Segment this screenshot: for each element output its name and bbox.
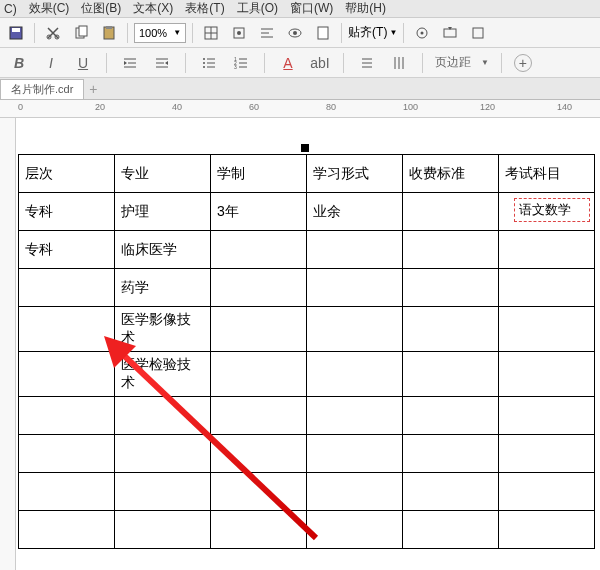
canvas-area[interactable]: 层次 专业 学制 学习形式 收费标准 考试科目 专科护理3年业余 专科临床医学 …: [16, 118, 600, 570]
bullet-list-icon[interactable]: [198, 52, 220, 74]
svg-rect-7: [106, 26, 112, 29]
table-row: 专科护理3年业余: [19, 193, 595, 231]
svg-point-17: [293, 31, 297, 35]
table-row: [19, 511, 595, 549]
text-style-icon[interactable]: abI: [309, 52, 331, 74]
snap-icon[interactable]: [227, 21, 251, 45]
menu-item[interactable]: 表格(T): [185, 0, 224, 17]
col-header[interactable]: 考试科目: [499, 155, 595, 193]
data-table[interactable]: 层次 专业 学制 学习形式 收费标准 考试科目 专科护理3年业余 专科临床医学 …: [18, 154, 595, 549]
svg-text:3: 3: [234, 64, 237, 70]
menu-item[interactable]: 位图(B): [81, 0, 121, 17]
svg-point-29: [203, 58, 205, 60]
chevron-down-icon: ▼: [389, 28, 397, 37]
table-row: 医学影像技术: [19, 307, 595, 352]
zoom-combo[interactable]: 100% ▼: [134, 23, 186, 43]
col-header[interactable]: 专业: [115, 155, 211, 193]
bold-icon[interactable]: B: [8, 52, 30, 74]
underline-icon[interactable]: U: [72, 52, 94, 74]
number-list-icon[interactable]: 123: [230, 52, 252, 74]
editing-cell[interactable]: 语文数学: [514, 198, 590, 222]
table-row: [19, 473, 595, 511]
extra-icon[interactable]: [466, 21, 490, 45]
svg-point-20: [421, 31, 424, 34]
grid-icon[interactable]: [199, 21, 223, 45]
eye-icon[interactable]: [283, 21, 307, 45]
svg-point-31: [203, 62, 205, 64]
table-row: 药学: [19, 269, 595, 307]
svg-point-12: [237, 31, 241, 35]
col-header[interactable]: 学习形式: [307, 155, 403, 193]
svg-point-33: [203, 66, 205, 68]
align-icon[interactable]: [255, 21, 279, 45]
table-row: 专科临床医学: [19, 231, 595, 269]
paste-icon[interactable]: [97, 21, 121, 45]
menu-item[interactable]: 窗口(W): [290, 0, 333, 17]
col-header[interactable]: 收费标准: [403, 155, 499, 193]
save-icon[interactable]: [4, 21, 28, 45]
menu-item[interactable]: 文本(X): [133, 0, 173, 17]
selection-handle[interactable]: [301, 144, 309, 152]
snap-dropdown[interactable]: 贴齐(T) ▼: [348, 24, 397, 41]
table-row: [19, 435, 595, 473]
columns-icon[interactable]: [388, 52, 410, 74]
menu-bar: C) 效果(C) 位图(B) 文本(X) 表格(T) 工具(O) 窗口(W) 帮…: [0, 0, 600, 18]
table-header-row: 层次 专业 学制 学习形式 收费标准 考试科目: [19, 155, 595, 193]
zoom-value: 100%: [139, 27, 167, 39]
svg-rect-18: [318, 27, 328, 39]
main-toolbar: 100% ▼ 贴齐(T) ▼: [0, 18, 600, 48]
page-icon[interactable]: [311, 21, 335, 45]
vertical-ruler: [0, 118, 16, 570]
italic-icon[interactable]: I: [40, 52, 62, 74]
cut-icon[interactable]: [41, 21, 65, 45]
document-tabs: 名片制作.cdr +: [0, 78, 600, 100]
svg-rect-5: [79, 26, 87, 36]
chevron-down-icon: ▼: [173, 28, 181, 37]
menu-item[interactable]: C): [4, 2, 17, 16]
launch-icon[interactable]: [438, 21, 462, 45]
format-toolbar: B I U 123 A abI 页边距 ▼ +: [0, 48, 600, 78]
add-icon[interactable]: +: [514, 54, 532, 72]
menu-item[interactable]: 帮助(H): [345, 0, 386, 17]
svg-rect-21: [444, 29, 456, 37]
table-row: 医学检验技术: [19, 352, 595, 397]
table-row: [19, 397, 595, 435]
tab-add-button[interactable]: +: [84, 81, 102, 97]
menu-item[interactable]: 工具(O): [237, 0, 278, 17]
options-icon[interactable]: [410, 21, 434, 45]
chevron-down-icon: ▼: [481, 58, 489, 67]
font-color-icon[interactable]: A: [277, 52, 299, 74]
col-header[interactable]: 层次: [19, 155, 115, 193]
align-lines-icon[interactable]: [356, 52, 378, 74]
indent-left-icon[interactable]: [119, 52, 141, 74]
svg-rect-22: [473, 28, 483, 38]
horizontal-ruler: 0 20 40 60 80 100 120 140: [0, 100, 600, 118]
col-header[interactable]: 学制: [211, 155, 307, 193]
svg-rect-1: [12, 28, 20, 32]
copy-icon[interactable]: [69, 21, 93, 45]
tab-active[interactable]: 名片制作.cdr: [0, 79, 84, 99]
menu-item[interactable]: 效果(C): [29, 0, 70, 17]
indent-right-icon[interactable]: [151, 52, 173, 74]
page-margin-label[interactable]: 页边距: [435, 54, 471, 71]
